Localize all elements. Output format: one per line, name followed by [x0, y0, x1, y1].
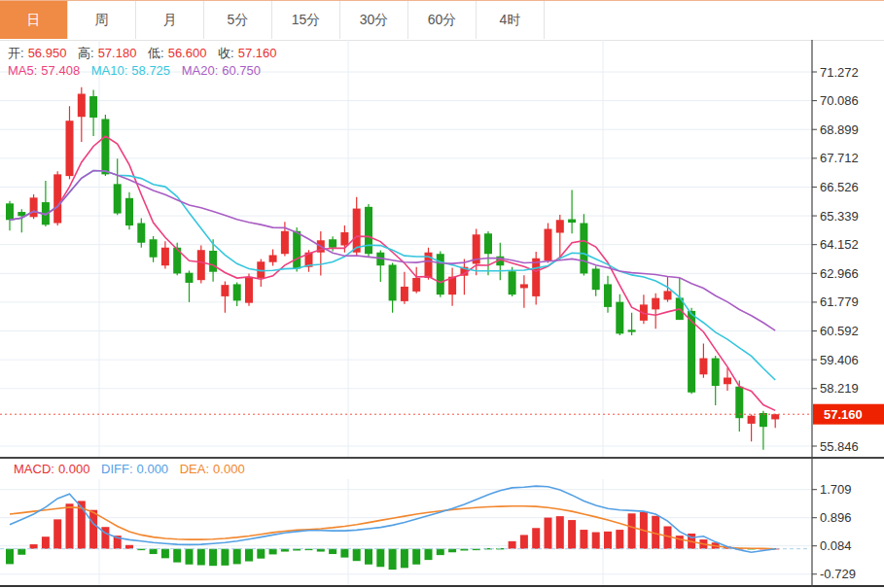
- axis-labels: 71.27270.08668.89967.71266.52665.33964.1…: [812, 65, 859, 582]
- candle-body: [161, 248, 169, 265]
- candle-body: [89, 96, 97, 118]
- candle-body: [760, 413, 767, 427]
- macd-bar: [66, 503, 74, 548]
- candle-body: [520, 284, 528, 288]
- macd-bar: [401, 549, 408, 569]
- candle-body: [281, 231, 289, 254]
- macd-bar: [628, 513, 636, 548]
- tab-60分[interactable]: 60分: [408, 1, 477, 39]
- axis-tick-label: 58.219: [820, 381, 859, 396]
- macd-bar: [329, 549, 336, 554]
- candle-body: [699, 359, 707, 375]
- macd-bar: [580, 530, 587, 549]
- macd-bar: [425, 549, 433, 560]
- macd-bar: [150, 549, 158, 554]
- candle-body: [114, 184, 122, 213]
- macd-bar: [389, 549, 397, 570]
- candle-body: [78, 94, 86, 118]
- macd-bar: [520, 535, 528, 548]
- candle-body: [401, 287, 408, 301]
- candle-body: [150, 239, 158, 257]
- macd-bar: [616, 530, 623, 549]
- axis-tick-label: 68.899: [820, 122, 859, 137]
- macd-bar: [161, 549, 169, 559]
- macd-bar: [42, 536, 50, 548]
- candle-body: [365, 207, 372, 254]
- macd-bar: [676, 536, 684, 549]
- diff-line: [10, 486, 775, 552]
- candle-body: [340, 232, 348, 245]
- candle-body: [66, 121, 74, 176]
- candle-body: [509, 271, 516, 294]
- candle-body: [389, 264, 397, 300]
- kline-chart-canvas[interactable]: 71.27270.08668.89967.71266.52665.33964.1…: [0, 40, 884, 588]
- axis-tick-label: 0.896: [820, 510, 852, 525]
- candle-body: [197, 250, 205, 280]
- axis-tick-label: 67.712: [820, 151, 859, 165]
- tab-月[interactable]: 月: [136, 1, 204, 39]
- candle-body: [664, 291, 672, 299]
- axis-tick-label: 59.406: [820, 353, 859, 367]
- macd-bar: [365, 549, 372, 565]
- chart-area: 71.27270.08668.89967.71266.52665.33964.1…: [0, 40, 884, 588]
- axis-tick-label: 0.084: [820, 538, 852, 553]
- macd-bar: [173, 549, 181, 563]
- macd-bar: [448, 549, 456, 553]
- axis-tick-label: 64.152: [820, 237, 859, 252]
- macd-bar: [545, 518, 552, 549]
- macd-bar: [340, 549, 348, 558]
- candle-body: [712, 359, 720, 386]
- kline-app: 日周月5分15分30分60分4时 71.27270.08668.89967.71…: [0, 0, 884, 588]
- axis-tick-label: 70.086: [820, 93, 859, 108]
- macd-bar: [556, 516, 564, 549]
- tab-30分[interactable]: 30分: [340, 1, 408, 39]
- axis-tick-label: 60.592: [820, 324, 859, 338]
- candle-body: [568, 220, 576, 223]
- macd-bar: [53, 519, 61, 548]
- candle-body: [137, 224, 145, 243]
- current-price-value: 57.160: [824, 407, 863, 422]
- axis-tick-label: 62.966: [820, 266, 859, 281]
- candle-body: [353, 209, 361, 253]
- axis-tick-label: 1.709: [820, 482, 852, 497]
- macd-bar: [592, 533, 600, 549]
- candle-body: [6, 203, 14, 220]
- tab-周[interactable]: 周: [68, 1, 136, 39]
- tab-4时[interactable]: 4时: [477, 1, 545, 39]
- tab-5分[interactable]: 5分: [204, 1, 272, 39]
- candle-body: [580, 224, 587, 274]
- candle-body: [209, 251, 217, 272]
- candle-body: [269, 255, 277, 261]
- candle-body: [293, 231, 301, 269]
- macd-bar: [221, 549, 229, 566]
- axis-tick-label: 71.272: [820, 65, 859, 80]
- candle-body: [18, 212, 25, 216]
- macd-bar: [186, 549, 194, 565]
- candle-body: [233, 284, 241, 300]
- macd-bar: [30, 544, 38, 549]
- candle-body: [771, 414, 779, 419]
- axis-tick-label: 65.339: [820, 209, 859, 224]
- tab-日[interactable]: 日: [0, 1, 68, 39]
- candle-body: [652, 298, 659, 310]
- candle-body: [532, 259, 540, 296]
- candle-body: [604, 284, 612, 306]
- axis-tick-label: 61.779: [820, 294, 859, 309]
- tab-15分[interactable]: 15分: [272, 1, 340, 39]
- macd-bar: [269, 549, 277, 555]
- macd-bar: [89, 510, 97, 549]
- candle-body: [412, 278, 420, 292]
- macd-bar: [245, 549, 253, 562]
- macd-bar: [532, 528, 540, 548]
- axis-tick-label: -0.729: [820, 567, 856, 581]
- candle-body: [592, 268, 600, 290]
- candle-body: [735, 387, 743, 418]
- macd-bar: [604, 532, 612, 549]
- candlestick-series: [6, 87, 779, 450]
- macd-bar: [509, 541, 516, 549]
- candle-body: [748, 416, 756, 424]
- candle-body: [245, 277, 253, 303]
- axis-tick-label: 55.846: [820, 439, 859, 454]
- macd-bar: [6, 549, 14, 565]
- candle-body: [628, 329, 636, 331]
